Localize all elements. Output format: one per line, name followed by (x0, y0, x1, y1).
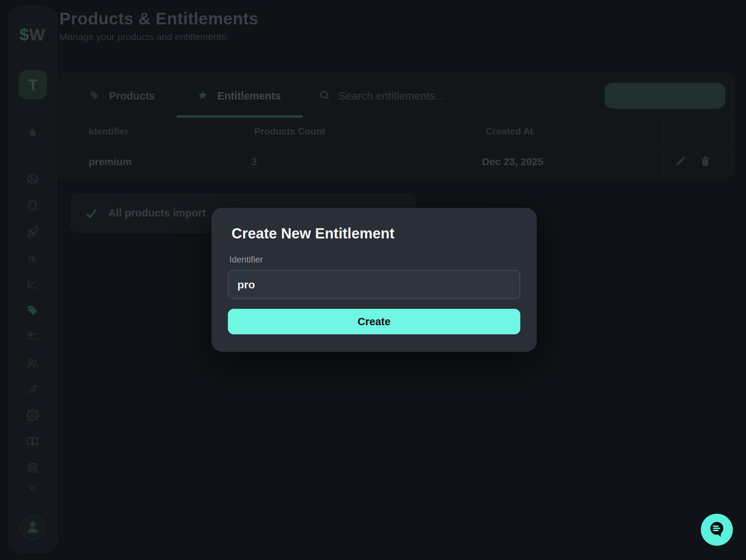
chevrons-down-icon (26, 481, 39, 495)
sidebar-item-overview[interactable] (8, 173, 57, 187)
plug-icon (26, 384, 39, 397)
tag-icon (26, 304, 39, 318)
identifier-label: Identifier (229, 254, 263, 265)
sidebar-item-products[interactable] (8, 304, 57, 318)
app-window: $W T (0, 0, 746, 560)
column-header-identifier: Identifier (89, 118, 129, 145)
sidebar-item-apps[interactable] (8, 199, 57, 213)
column-divider (468, 118, 469, 179)
table-header-border (55, 145, 734, 145)
create-button[interactable]: Create (228, 309, 520, 334)
tab-entitlements-label: Entitlements (217, 90, 281, 102)
star-icon (198, 90, 208, 102)
workspace-switcher[interactable]: T (19, 70, 47, 99)
search-input[interactable] (338, 90, 543, 102)
person-icon (24, 518, 41, 537)
column-header-products-count: Products Count (254, 118, 325, 145)
sidebar-item-checklist[interactable] (8, 330, 57, 344)
logo-dollar: $ (19, 25, 29, 44)
tab-products[interactable]: Products (89, 74, 155, 118)
gear-icon (26, 409, 39, 423)
active-tab-underline (176, 115, 303, 118)
add-entitlement-button[interactable]: Add Entitlement (605, 83, 725, 109)
app-logo: $W (8, 25, 57, 44)
create-entitlement-modal: Create New Entitlement Identifier Create (211, 208, 537, 352)
sidebar-scroll-more[interactable] (8, 481, 57, 495)
search-box (319, 74, 543, 118)
sidebar-item-docs[interactable] (8, 435, 57, 449)
modal-title: Create New Entitlement (232, 225, 395, 242)
tabs-row: Products Entitlements Add Entitlemen (55, 74, 734, 118)
identifier-input[interactable] (228, 270, 520, 299)
toast-message: All products import (108, 194, 206, 232)
sidebar-item-charts[interactable] (8, 278, 57, 292)
sidebar-item-customers[interactable] (8, 357, 57, 371)
cell-created-at: Dec 23, 2025 (482, 145, 543, 179)
newspaper-icon (26, 462, 39, 475)
tag-icon (89, 90, 100, 102)
column-header-created-at: Created At (486, 118, 533, 145)
sidebar-item-apple[interactable] (8, 126, 57, 140)
sidebar-item-launch[interactable] (8, 226, 57, 240)
chat-widget-button[interactable] (701, 514, 733, 546)
users-icon (26, 357, 39, 371)
plus-icon (617, 89, 628, 102)
page-subtitle: Manage your products and entitlements. (59, 31, 229, 43)
sidebar-divider (8, 59, 57, 60)
tab-entitlements[interactable]: Entitlements (198, 74, 281, 118)
chart-icon (26, 278, 39, 292)
search-icon (319, 89, 330, 102)
row-actions (675, 145, 711, 179)
sidebar-item-integrations[interactable] (8, 384, 57, 397)
book-icon (26, 435, 39, 449)
sidebar-item-flows[interactable] (8, 252, 57, 266)
rocket-icon (26, 226, 39, 240)
entitlements-card: Products Entitlements Add Entitlemen (55, 74, 734, 179)
gauge-icon (26, 173, 39, 187)
edit-icon[interactable] (675, 155, 687, 169)
smartphone-icon (26, 199, 39, 213)
sidebar-item-settings[interactable] (8, 409, 57, 423)
cell-products-count: 3 (251, 145, 257, 179)
flow-arrows-icon (26, 252, 39, 266)
workspace-initial: T (28, 76, 38, 94)
page-title: Products & Entitlements (59, 9, 259, 28)
logo-letter: W (29, 25, 45, 44)
delete-icon[interactable] (699, 155, 711, 169)
add-entitlement-label: Add Entitlement (635, 90, 713, 102)
column-divider (663, 118, 664, 179)
column-divider (239, 118, 240, 179)
tab-products-label: Products (109, 90, 155, 102)
apple-icon (26, 126, 39, 140)
checklist-icon (26, 330, 39, 344)
user-avatar[interactable] (20, 515, 45, 540)
cell-identifier: premium (89, 145, 132, 179)
sidebar: $W T (8, 5, 57, 553)
sidebar-item-news[interactable] (8, 462, 57, 475)
chat-bubble-icon (707, 519, 727, 541)
